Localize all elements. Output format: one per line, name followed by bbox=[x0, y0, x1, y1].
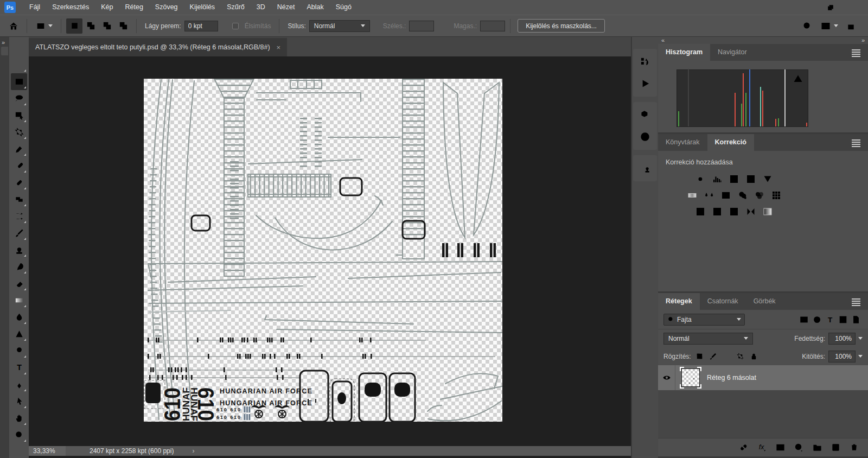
tool-dodge[interactable] bbox=[11, 342, 27, 359]
lock-transparency-icon[interactable] bbox=[695, 352, 704, 360]
document-canvas[interactable]: 610 HUNAF HUNAF 610 HUNGARIAN AIR FORCE … bbox=[144, 79, 502, 422]
photoshop-logo[interactable]: Ps bbox=[4, 2, 16, 13]
adjustment-invert[interactable] bbox=[694, 206, 706, 217]
feather-input[interactable] bbox=[184, 21, 218, 31]
actions-panel-button[interactable] bbox=[633, 73, 657, 94]
adjustment-curves[interactable] bbox=[728, 174, 740, 185]
workspace-switcher[interactable] bbox=[820, 21, 838, 31]
tool-move[interactable] bbox=[11, 56, 27, 73]
adjustment-threshold[interactable] bbox=[728, 206, 740, 217]
minimize-button[interactable] bbox=[793, 0, 818, 15]
tool-eyedropper[interactable] bbox=[11, 141, 27, 157]
tool-history-brush[interactable] bbox=[11, 258, 27, 275]
menu-window[interactable]: Ablak bbox=[301, 0, 329, 15]
tool-sharpen[interactable] bbox=[11, 326, 27, 342]
properties-3d-panel-button[interactable] bbox=[633, 104, 657, 126]
height-input[interactable] bbox=[480, 21, 505, 31]
lock-position-icon[interactable] bbox=[723, 352, 731, 360]
collapse-panels-chevron[interactable]: « bbox=[661, 37, 665, 44]
new-group-icon[interactable] bbox=[812, 442, 822, 453]
selection-mode-intersect-button[interactable] bbox=[115, 18, 131, 34]
filter-type-layers-button[interactable] bbox=[824, 314, 837, 326]
lock-artboard-icon[interactable] bbox=[736, 352, 744, 360]
delete-layer-icon[interactable] bbox=[849, 442, 859, 453]
menu-image[interactable]: Kép bbox=[95, 0, 119, 15]
tool-preset-button[interactable] bbox=[32, 18, 56, 34]
tab-navigator[interactable]: Navigátor bbox=[710, 44, 755, 61]
menu-view[interactable]: Nézet bbox=[271, 0, 301, 15]
menu-3d[interactable]: 3D bbox=[251, 0, 271, 15]
width-input[interactable] bbox=[409, 21, 434, 31]
menu-layer[interactable]: Réteg bbox=[119, 0, 149, 15]
tool-pen[interactable] bbox=[11, 376, 27, 393]
tool-brush[interactable] bbox=[11, 225, 27, 241]
tab-channels[interactable]: Csatornák bbox=[700, 293, 746, 310]
fill-field[interactable]: 100% bbox=[828, 351, 856, 362]
tab-libraries[interactable]: Könyvtárak bbox=[658, 134, 707, 151]
adjustment-color-lookup[interactable] bbox=[770, 190, 782, 201]
opacity-field[interactable]: 100% bbox=[828, 333, 856, 345]
adjustment-exposure[interactable] bbox=[745, 174, 757, 185]
clone-source-panel-button[interactable] bbox=[633, 157, 657, 179]
antialias-checkbox[interactable] bbox=[232, 23, 239, 29]
expand-toolbar-chevron[interactable]: » bbox=[2, 39, 4, 46]
tool-clone-stamp[interactable] bbox=[11, 241, 27, 258]
tool-object-selection[interactable] bbox=[11, 107, 27, 124]
layer-filter-dropdown[interactable]: Fajta bbox=[663, 314, 745, 326]
menu-filter[interactable]: Szűrő bbox=[221, 0, 251, 15]
tab-close-icon[interactable]: × bbox=[277, 43, 281, 52]
panel-menu-icon[interactable] bbox=[852, 298, 860, 307]
filter-image-layers-button[interactable] bbox=[797, 314, 810, 326]
lock-all-icon[interactable] bbox=[750, 352, 758, 360]
selection-mode-add-button[interactable] bbox=[82, 18, 99, 34]
adjustment-selective-color[interactable] bbox=[745, 206, 757, 217]
tool-crop[interactable] bbox=[11, 124, 27, 141]
tool-spot-healing-brush[interactable] bbox=[11, 157, 27, 174]
panel-menu-icon[interactable] bbox=[852, 49, 860, 58]
menu-select[interactable]: Kijelölés bbox=[184, 0, 221, 15]
layer-row-selected[interactable]: Réteg 6 másolat bbox=[658, 365, 868, 390]
new-layer-icon[interactable] bbox=[831, 442, 841, 453]
tab-adjustments[interactable]: Korrekció bbox=[707, 134, 754, 151]
adjustment-channel-mixer[interactable] bbox=[754, 190, 765, 201]
tool-rectangular-marquee[interactable] bbox=[11, 73, 27, 90]
info-panel-button[interactable] bbox=[633, 126, 657, 148]
adjustment-color-balance[interactable] bbox=[703, 190, 715, 201]
expand-panels-chevron[interactable]: » bbox=[861, 37, 865, 44]
layer-visibility-toggle[interactable] bbox=[658, 365, 675, 390]
share-icon[interactable] bbox=[846, 21, 856, 31]
new-adjustment-layer-icon[interactable] bbox=[794, 442, 804, 453]
document-tab[interactable]: ATLATSZO vegleges eltolt teto putyli.psd… bbox=[29, 38, 287, 56]
layer-style-fx-icon[interactable] bbox=[757, 442, 767, 453]
adjustment-black-white[interactable] bbox=[720, 190, 732, 201]
search-icon[interactable] bbox=[802, 21, 813, 31]
select-and-mask-button[interactable]: Kijelölés és maszkolás... bbox=[518, 19, 605, 33]
lock-pixels-icon[interactable] bbox=[709, 352, 717, 360]
menu-type[interactable]: Szöveg bbox=[149, 0, 184, 15]
tool-patch[interactable] bbox=[11, 191, 27, 208]
tab-histogram[interactable]: Hisztogram bbox=[658, 44, 710, 61]
link-layers-icon[interactable] bbox=[738, 442, 749, 453]
menu-file[interactable]: Fájl bbox=[23, 0, 46, 15]
layer-thumbnail[interactable] bbox=[680, 367, 701, 389]
status-chevron-icon[interactable]: › bbox=[192, 447, 194, 455]
selection-mode-new-button[interactable] bbox=[66, 18, 82, 34]
filter-adjustment-layers-button[interactable] bbox=[810, 314, 824, 326]
warning-icon[interactable] bbox=[793, 73, 803, 84]
tool-zoom[interactable] bbox=[11, 427, 27, 443]
restore-button[interactable] bbox=[818, 0, 843, 15]
close-button[interactable] bbox=[843, 0, 868, 15]
tool-path-selection[interactable] bbox=[11, 393, 27, 410]
tool-blur[interactable] bbox=[11, 309, 27, 326]
filter-shape-layers-button[interactable] bbox=[837, 314, 850, 326]
tab-paths[interactable]: Görbék bbox=[746, 293, 783, 310]
adjustment-hue-saturation[interactable] bbox=[686, 190, 698, 201]
layer-name[interactable]: Réteg 6 másolat bbox=[707, 374, 756, 381]
tool-healing-brush[interactable] bbox=[11, 174, 27, 191]
adjustment-photo-filter[interactable] bbox=[737, 190, 749, 201]
tool-gradient[interactable] bbox=[11, 292, 27, 309]
adjustment-vibrance[interactable] bbox=[762, 174, 774, 185]
adjustment-gradient-map[interactable] bbox=[762, 206, 774, 217]
swap-dimensions-button[interactable] bbox=[434, 18, 450, 34]
tool-hand[interactable] bbox=[11, 410, 27, 427]
